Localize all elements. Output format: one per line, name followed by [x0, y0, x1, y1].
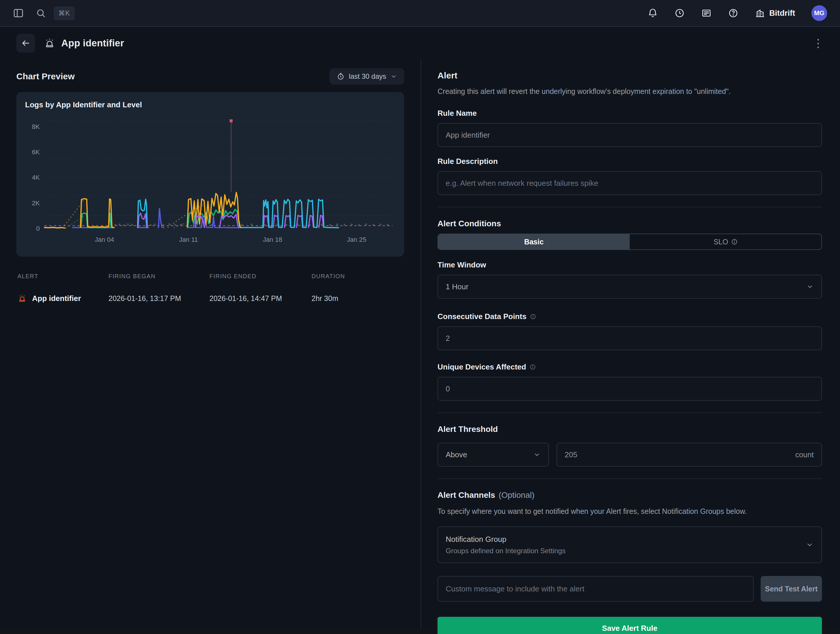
- channels-description: To specify where you want to get notifie…: [437, 506, 822, 516]
- chevron-down-icon: [390, 73, 397, 80]
- threshold-unit-label: count: [795, 450, 814, 459]
- notification-group-subtitle: Groups defined on Integration Settings: [446, 547, 565, 555]
- tab-slo-label: SLO: [714, 238, 728, 246]
- tab-slo[interactable]: SLO: [630, 234, 821, 249]
- chart-title: Logs by App Identifier and Level: [25, 100, 395, 109]
- col-header-alert: ALERT: [17, 273, 109, 280]
- alert-channels-label: Alert Channels (Optional): [437, 490, 822, 500]
- clock-icon: [674, 8, 685, 18]
- chevron-down-icon: [533, 451, 541, 459]
- threshold-value-field: count: [556, 443, 822, 467]
- firing-ended-value: 2026-01-16, 14:47 PM: [209, 294, 311, 303]
- bell-icon: [647, 8, 658, 18]
- time-window-select[interactable]: 1 Hour: [437, 275, 822, 299]
- svg-text:6K: 6K: [32, 148, 39, 156]
- conditions-segmented-control: Basic SLO: [437, 233, 822, 250]
- notification-group-title: Notification Group: [446, 535, 565, 544]
- arrow-left-icon: [21, 38, 31, 48]
- brand-name: Bitdrift: [769, 9, 795, 18]
- threshold-operator-select[interactable]: Above: [437, 443, 549, 467]
- time-range-label: last 30 days: [349, 73, 386, 80]
- news-card-icon: [701, 8, 712, 18]
- svg-text:2K: 2K: [32, 199, 39, 207]
- sidebar-panel-icon: [13, 8, 24, 19]
- time-window-label: Time Window: [437, 260, 822, 270]
- svg-text:8K: 8K: [32, 123, 39, 130]
- workspace-switcher[interactable]: Bitdrift: [755, 8, 795, 18]
- duration-value: 2hr 30m: [311, 294, 403, 303]
- user-avatar[interactable]: MG: [812, 5, 827, 21]
- info-icon: [731, 238, 737, 245]
- alert-threshold-label: Alert Threshold: [437, 424, 822, 434]
- alert-channels-text: Alert Channels: [437, 490, 495, 500]
- notifications-button[interactable]: [647, 8, 658, 18]
- sidebar-toggle-button[interactable]: [13, 8, 24, 19]
- col-header-duration: DURATION: [311, 273, 403, 280]
- building-icon: [755, 8, 765, 18]
- form-heading: Alert: [437, 71, 822, 80]
- alert-name: App identifier: [32, 294, 81, 303]
- consecutive-points-input[interactable]: [437, 326, 822, 350]
- consecutive-points-label: Consecutive Data Points: [437, 312, 822, 321]
- chevron-down-icon: [805, 541, 814, 549]
- firing-began-value: 2026-01-16, 13:17 PM: [109, 294, 209, 303]
- chart-preview-pane: Chart Preview last 30 days Logs by App I…: [0, 60, 421, 629]
- timer-icon: [336, 73, 345, 80]
- tab-basic[interactable]: Basic: [438, 234, 630, 249]
- logs-line-chart[interactable]: 8K6K4K2K0Jan 04Jan 11Jan 18Jan 25: [25, 111, 395, 245]
- send-test-alert-button[interactable]: Send Test Alert: [761, 576, 822, 602]
- section-divider: [437, 412, 822, 413]
- chart-preview-title: Chart Preview: [16, 71, 75, 81]
- consecutive-points-text: Consecutive Data Points: [437, 312, 526, 321]
- alert-form-pane: Alert Creating this alert will revert th…: [421, 60, 840, 629]
- search-button[interactable]: [36, 8, 46, 18]
- search-shortcut-badge: ⌘K: [54, 6, 75, 20]
- section-divider: [437, 478, 822, 479]
- help-button[interactable]: [728, 8, 739, 18]
- svg-text:0: 0: [36, 225, 39, 232]
- page-header: App identifier ⋮: [0, 27, 840, 60]
- rule-description-label: Rule Description: [437, 157, 822, 166]
- svg-text:Jan 18: Jan 18: [263, 236, 282, 243]
- back-button[interactable]: [16, 34, 35, 52]
- col-header-firing-began: FIRING BEGAN: [109, 273, 209, 280]
- alert-conditions-label: Alert Conditions: [437, 219, 822, 228]
- form-description: Creating this alert will revert the unde…: [437, 86, 822, 96]
- svg-text:Jan 25: Jan 25: [347, 236, 366, 243]
- section-divider: [437, 207, 822, 207]
- search-icon: [36, 8, 46, 18]
- optional-tag: (Optional): [499, 490, 535, 500]
- threshold-operator-value: Above: [446, 450, 467, 459]
- notification-group-select[interactable]: Notification Group Groups defined on Int…: [437, 527, 822, 563]
- more-options-button[interactable]: ⋮: [813, 38, 824, 49]
- rule-description-input[interactable]: [437, 171, 822, 195]
- table-header-row: ALERT FIRING BEGAN FIRING ENDED DURATION: [16, 273, 404, 280]
- col-header-firing-ended: FIRING ENDED: [209, 273, 311, 280]
- threshold-value-input[interactable]: [565, 450, 795, 459]
- custom-message-input[interactable]: [437, 576, 754, 602]
- table-row[interactable]: App identifier 2026-01-16, 13:17 PM 2026…: [16, 294, 404, 303]
- svg-text:Jan 11: Jan 11: [179, 236, 198, 243]
- svg-text:Jan 04: Jan 04: [95, 236, 114, 243]
- save-alert-rule-button[interactable]: Save Alert Rule: [437, 617, 822, 634]
- info-icon: [530, 364, 536, 370]
- unique-devices-text: Unique Devices Affected: [437, 363, 526, 372]
- time-window-value: 1 Hour: [446, 282, 468, 291]
- chevron-down-icon: [806, 283, 814, 290]
- help-circle-icon: [728, 8, 739, 18]
- rule-name-input[interactable]: [437, 123, 822, 147]
- alert-siren-icon: [44, 37, 55, 49]
- page-title: App identifier: [61, 38, 124, 49]
- rule-name-label: Rule Name: [437, 109, 822, 118]
- topbar: ⌘K Bitdrift MG: [0, 0, 840, 27]
- svg-text:4K: 4K: [32, 174, 39, 181]
- unique-devices-input[interactable]: [437, 377, 822, 401]
- chart-card: Logs by App Identifier and Level 8K6K4K2…: [16, 92, 404, 257]
- unique-devices-label: Unique Devices Affected: [437, 363, 822, 372]
- time-range-dropdown[interactable]: last 30 days: [330, 68, 404, 85]
- alert-firings-table: ALERT FIRING BEGAN FIRING ENDED DURATION…: [16, 273, 404, 303]
- changelog-button[interactable]: [701, 8, 712, 18]
- info-icon: [530, 314, 536, 320]
- recent-activity-button[interactable]: [674, 8, 685, 18]
- alert-siren-icon: [17, 294, 27, 303]
